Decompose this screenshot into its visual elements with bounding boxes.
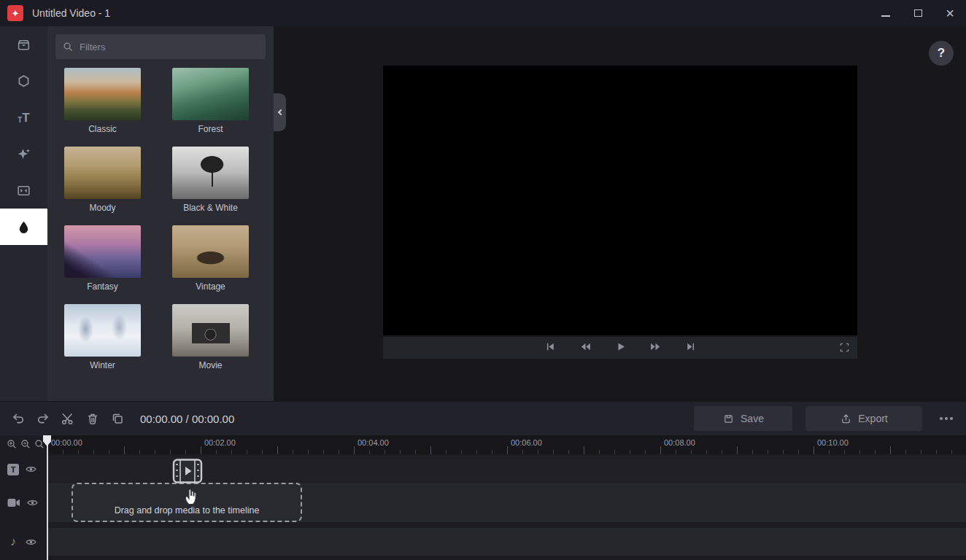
app-logo-icon: ✦ xyxy=(7,5,23,21)
zoom-out-button[interactable] xyxy=(20,439,31,451)
timeline-zoom-controls xyxy=(6,439,45,451)
filters-search-box xyxy=(55,34,266,59)
filter-label: Classic xyxy=(64,124,141,134)
eye-icon xyxy=(27,499,38,507)
sidebar-item-transitions[interactable] xyxy=(0,172,47,209)
video-track-icon xyxy=(7,498,20,508)
drop-zone-hint: Drag and drop media to the timeline xyxy=(115,505,260,516)
filter-label: Forest xyxy=(172,124,249,134)
skip-to-start-button[interactable] xyxy=(543,341,557,355)
audio-track-row xyxy=(47,528,966,556)
undo-icon xyxy=(11,411,26,426)
window-title: Untitled Video - 1 xyxy=(32,7,110,19)
panel-collapse-button[interactable] xyxy=(274,93,286,131)
undo-button[interactable] xyxy=(6,406,31,431)
window-controls: × xyxy=(870,0,966,26)
close-button[interactable]: × xyxy=(934,0,966,26)
fullscreen-icon xyxy=(838,341,851,354)
audio-track-header: ♪ xyxy=(7,528,37,556)
export-icon xyxy=(840,413,852,425)
sidebar-item-text[interactable]: TT xyxy=(0,99,47,136)
timeline: T ♪ 00:00.0000:02.0000:04.0000:06.0000:0… xyxy=(0,435,966,560)
edit-toolbar: 00:00.00 / 00:00.00 Save Export xyxy=(0,401,966,435)
skip-end-icon xyxy=(684,341,697,353)
close-icon: × xyxy=(946,6,954,20)
ruler-tick-label: 00:00.00 xyxy=(51,438,82,447)
playhead-line xyxy=(47,435,48,560)
text-track-icon: T xyxy=(7,464,19,475)
fast-forward-button[interactable] xyxy=(648,341,662,355)
sidebar-item-media[interactable] xyxy=(0,26,47,63)
maximize-button[interactable] xyxy=(902,0,934,26)
eye-icon xyxy=(26,465,36,473)
eye-icon xyxy=(26,538,36,546)
text-track-visibility-toggle[interactable] xyxy=(26,465,37,474)
redo-icon xyxy=(36,411,50,426)
zoom-out-icon xyxy=(20,439,31,449)
media-icon xyxy=(16,37,31,52)
chevron-left-icon xyxy=(277,109,283,115)
minimize-button[interactable] xyxy=(870,0,902,26)
preview-area: ? xyxy=(274,26,966,401)
sidebar-item-elements[interactable] xyxy=(0,63,47,99)
filter-thumbnail xyxy=(64,68,141,120)
text-track-header: T xyxy=(7,456,37,482)
zoom-in-button[interactable] xyxy=(6,439,18,451)
rewind-button[interactable] xyxy=(578,341,592,355)
delete-button[interactable] xyxy=(80,406,105,431)
playback-controls xyxy=(383,337,857,359)
fullscreen-button[interactable] xyxy=(837,341,851,356)
help-button[interactable]: ? xyxy=(929,41,954,66)
filter-card-moody[interactable]: Moody xyxy=(64,147,141,213)
transitions-icon xyxy=(16,183,31,198)
play-icon xyxy=(614,341,627,353)
filter-card-vintage[interactable]: Vintage xyxy=(172,225,249,292)
filter-card-winter[interactable]: Winter xyxy=(64,304,141,370)
titlebar: ✦ Untitled Video - 1 × xyxy=(0,0,966,26)
filter-card-black-white[interactable]: Black & White xyxy=(172,147,249,213)
sidebar-item-effects[interactable] xyxy=(0,136,47,172)
toolbar-actions: Save Export xyxy=(694,406,957,431)
preview-canvas xyxy=(383,66,857,335)
effects-icon xyxy=(16,147,31,162)
split-button[interactable] xyxy=(55,406,80,431)
filter-label: Black & White xyxy=(172,203,249,213)
filter-label: Movie xyxy=(172,360,249,370)
filters-grid: Classic Forest Moody Black & White Fanta… xyxy=(47,59,274,370)
filter-card-movie[interactable]: Movie xyxy=(172,304,249,370)
sidebar-item-filters[interactable] xyxy=(0,209,47,245)
filters-icon xyxy=(16,219,31,235)
music-note-icon: ♪ xyxy=(7,536,19,548)
export-label: Export xyxy=(858,413,887,424)
skip-to-end-button[interactable] xyxy=(683,341,698,355)
redo-button[interactable] xyxy=(31,406,55,431)
duplicate-button[interactable] xyxy=(105,406,130,431)
video-track-visibility-toggle[interactable] xyxy=(27,498,39,507)
save-button[interactable]: Save xyxy=(694,406,792,431)
filter-card-fantasy[interactable]: Fantasy xyxy=(64,225,141,292)
filter-label: Vintage xyxy=(172,281,249,292)
ruler-tick-label: 00:10.00 xyxy=(817,438,849,447)
skip-start-icon xyxy=(544,341,557,353)
timeline-ruler[interactable]: 00:00.0000:02.0000:04.0000:06.0000:08.00… xyxy=(47,435,966,454)
text-icon: TT xyxy=(18,112,30,124)
ruler-tick-label: 00:02.00 xyxy=(204,438,236,447)
filters-panel: Classic Forest Moody Black & White Fanta… xyxy=(47,26,274,401)
export-button[interactable]: Export xyxy=(805,406,922,431)
play-button[interactable] xyxy=(613,341,627,355)
more-options-button[interactable] xyxy=(935,406,957,431)
app-window: ✦ Untitled Video - 1 × TT xyxy=(0,0,966,560)
filter-card-classic[interactable]: Classic xyxy=(64,68,141,134)
scissors-icon xyxy=(61,411,75,426)
fast-forward-icon xyxy=(649,341,662,353)
filters-search-input[interactable] xyxy=(80,42,258,52)
video-track-header xyxy=(7,483,39,522)
ruler-tick-label: 00:06.00 xyxy=(511,438,542,447)
search-icon xyxy=(63,42,74,52)
logo-glyph: ✦ xyxy=(12,8,20,19)
audio-track-visibility-toggle[interactable] xyxy=(26,537,37,546)
filter-card-forest[interactable]: Forest xyxy=(172,68,249,134)
ruler-tick-label: 00:08.00 xyxy=(664,438,695,447)
filter-thumbnail xyxy=(64,225,141,278)
maximize-icon xyxy=(914,9,922,17)
